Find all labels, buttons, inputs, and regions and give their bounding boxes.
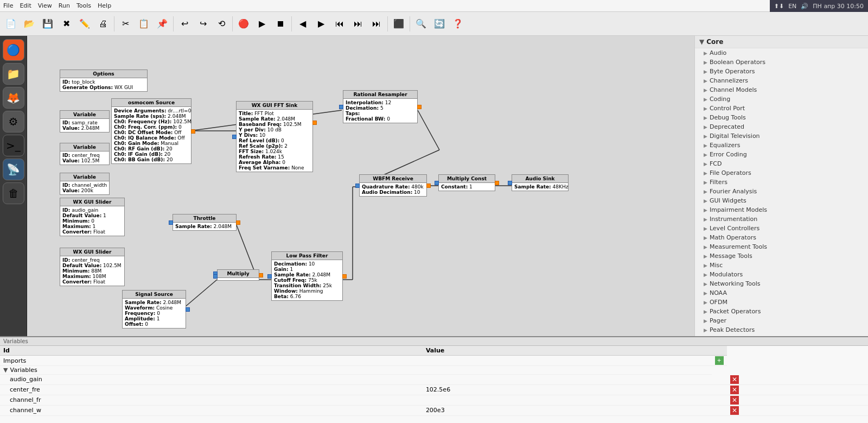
tree-item-impairment-models[interactable]: ▶Impairment Models	[695, 205, 868, 214]
kill-button[interactable]: ⬛	[390, 15, 407, 33]
rational-resampler-block[interactable]: Rational Resampler Interpolation: 12 Dec…	[343, 90, 418, 123]
tree-item-peak-detectors[interactable]: ▶Peak Detectors	[695, 325, 868, 334]
tree-item-fcd[interactable]: ▶FCD	[695, 159, 868, 168]
refresh-button[interactable]: 🔄	[431, 15, 448, 33]
forward-button[interactable]: ▶	[312, 15, 330, 33]
menu-item-run[interactable]: Run	[59, 2, 70, 9]
cut-button[interactable]: ✂	[117, 15, 134, 33]
delete-variable-button[interactable]: ✕	[730, 406, 739, 415]
end-button[interactable]: ⏭	[368, 15, 385, 33]
tree-item-pager[interactable]: ▶Pager	[695, 316, 868, 325]
tree-item-ofdm[interactable]: ▶OFDM	[695, 298, 868, 307]
tree-item-channelizers[interactable]: ▶Channelizers	[695, 76, 868, 85]
settings-icon[interactable]: ⚙	[3, 111, 24, 132]
firefox-icon[interactable]: 🦊	[3, 87, 24, 109]
close-button[interactable]: ✖	[58, 15, 75, 33]
redo-button[interactable]: ↪	[194, 15, 212, 33]
table-row[interactable]: center_fre102.5e6✕	[0, 384, 868, 395]
table-row[interactable]: Imports+	[0, 356, 868, 366]
copy-button[interactable]: 📋	[135, 15, 152, 33]
paste-button[interactable]: 📌	[154, 15, 171, 33]
tree-item-digital-television[interactable]: ▶Digital Television	[695, 131, 868, 141]
tree-item-level-controllers[interactable]: ▶Level Controllers	[695, 224, 868, 233]
tree-item-audio[interactable]: ▶Audio	[695, 48, 868, 58]
delete-variable-button[interactable]: ✕	[730, 386, 739, 394]
edit-button[interactable]: ✏️	[76, 15, 93, 33]
tree-item-filters[interactable]: ▶Filters	[695, 178, 868, 187]
record-button[interactable]: 🔴	[235, 15, 252, 33]
flow-graph-canvas[interactable]: Options ID: top_block Generate Options: …	[27, 36, 694, 336]
tree-item-debug-tools[interactable]: ▶Debug Tools	[695, 113, 868, 122]
help-button[interactable]: ❓	[449, 15, 467, 33]
menu-item-view[interactable]: View	[38, 2, 52, 9]
tree-item-gui-widgets[interactable]: ▶GUI Widgets	[695, 196, 868, 205]
row-value[interactable]	[423, 375, 712, 385]
tree-item-channel-models[interactable]: ▶Channel Models	[695, 85, 868, 94]
gnuradio-icon[interactable]: 📡	[3, 159, 24, 180]
variable-table[interactable]: Id Value Imports+▼Variablesaudio_gain✕ce…	[0, 346, 868, 423]
back-button[interactable]: ◀	[294, 15, 311, 33]
menu-item-edit[interactable]: Edit	[20, 2, 31, 9]
trash-icon[interactable]: 🗑	[3, 182, 24, 204]
tree-item-measurement-tools[interactable]: ▶Measurement Tools	[695, 242, 868, 251]
stop-button[interactable]: ⏹	[272, 15, 289, 33]
table-row[interactable]: channel_fr✕	[0, 395, 868, 405]
menu-item-file[interactable]: File	[3, 2, 13, 9]
variable3-block[interactable]: Variable ID: channel_width Value: 200k	[60, 173, 110, 195]
delete-variable-button[interactable]: ✕	[730, 375, 739, 384]
tree-item-noaa[interactable]: ▶NOAA	[695, 288, 868, 298]
new-button[interactable]: 📄	[2, 15, 20, 33]
tree-item-message-tools[interactable]: ▶Message Tools	[695, 251, 868, 261]
wx-slider2-block[interactable]: WX GUI Slider ID: center_freq Default Va…	[60, 248, 125, 286]
files-icon[interactable]: 📁	[3, 63, 24, 85]
tree-item-packet-operators[interactable]: ▶Packet Operators	[695, 307, 868, 316]
tree-item-networking-tools[interactable]: ▶Networking Tools	[695, 279, 868, 288]
delete-variable-button[interactable]: ✕	[730, 396, 739, 405]
tree-item-byte-operators[interactable]: ▶Byte Operators	[695, 67, 868, 76]
save-button[interactable]: 💾	[39, 15, 56, 33]
tree-item-boolean-operators[interactable]: ▶Boolean Operators	[695, 58, 868, 67]
print-button[interactable]: 🖨	[94, 15, 112, 33]
run-button[interactable]: ▶	[253, 15, 271, 33]
variable1-block[interactable]: Variable ID: samp_rate Value: 2.048M	[60, 110, 110, 132]
tree-item-error-coding[interactable]: ▶Error Coding	[695, 150, 868, 159]
osmocom-block[interactable]: osmocom Source Device Arguments: dr....r…	[111, 98, 192, 164]
wbfm-block[interactable]: WBFM Receive Quadrature Rate: 480k Audio…	[359, 174, 427, 197]
rotate-left-button[interactable]: ⟲	[213, 15, 230, 33]
lpf-block[interactable]: Low Pass Filter Decimation: 10 Gain: 1 S…	[271, 251, 343, 301]
step-forward-button[interactable]: ⏭	[349, 15, 367, 33]
step-back-button[interactable]: ⏮	[331, 15, 348, 33]
tree-item-file-operators[interactable]: ▶File Operators	[695, 168, 868, 178]
multiply-const-block[interactable]: Multiply Const Constant: 1	[438, 174, 495, 191]
tree-item-modulators[interactable]: ▶Modulators	[695, 270, 868, 279]
menu-item-help[interactable]: Help	[98, 2, 111, 9]
row-value[interactable]	[423, 395, 712, 405]
tree-item-math-operators[interactable]: ▶Math Operators	[695, 233, 868, 242]
tree-item-deprecated[interactable]: ▶Deprecated	[695, 122, 868, 131]
wx-slider1-block[interactable]: WX GUI Slider ID: audio_gain Default Val…	[60, 198, 125, 236]
options-block[interactable]: Options ID: top_block Generate Options: …	[60, 70, 148, 92]
table-row[interactable]: audio_gain✕	[0, 375, 868, 385]
variable2-block[interactable]: Variable ID: center_freq Value: 102.5M	[60, 143, 110, 165]
multiply-block[interactable]: Multiply	[217, 269, 259, 281]
open-button[interactable]: 📂	[21, 15, 38, 33]
tree-item-coding[interactable]: ▶Coding	[695, 94, 868, 104]
core-tree-root[interactable]: ▼ Core	[695, 36, 868, 48]
tree-item-instrumentation[interactable]: ▶Instrumentation	[695, 214, 868, 224]
table-row[interactable]: channel_w200e3✕	[0, 405, 868, 415]
search-button[interactable]: 🔍	[412, 15, 430, 33]
fft-sink-block[interactable]: WX GUI FFT Sink Title: FFT Plot Sample R…	[236, 101, 313, 172]
terminal-icon[interactable]: >_	[3, 135, 24, 156]
table-row[interactable]: ▼Variables	[0, 366, 868, 375]
tree-item-misc[interactable]: ▶Misc	[695, 261, 868, 270]
tree-item-fourier-analysis[interactable]: ▶Fourier Analysis	[695, 187, 868, 196]
signal-source-block[interactable]: Signal Source Sample Rate: 2.048M Wavefo…	[122, 290, 186, 329]
tree-item-control-port[interactable]: ▶Control Port	[695, 104, 868, 113]
add-variable-button[interactable]: +	[715, 356, 724, 365]
audio-sink-block[interactable]: Audio Sink Sample Rate: 48KHz	[512, 174, 569, 191]
undo-button[interactable]: ↩	[176, 15, 193, 33]
tree-item-equalizers[interactable]: ▶Equalizers	[695, 141, 868, 150]
ubuntu-icon[interactable]: 🔵	[3, 39, 24, 61]
throttle-block[interactable]: Throttle Sample Rate: 2.048M	[173, 214, 237, 231]
menu-item-tools[interactable]: Tools	[76, 2, 91, 9]
